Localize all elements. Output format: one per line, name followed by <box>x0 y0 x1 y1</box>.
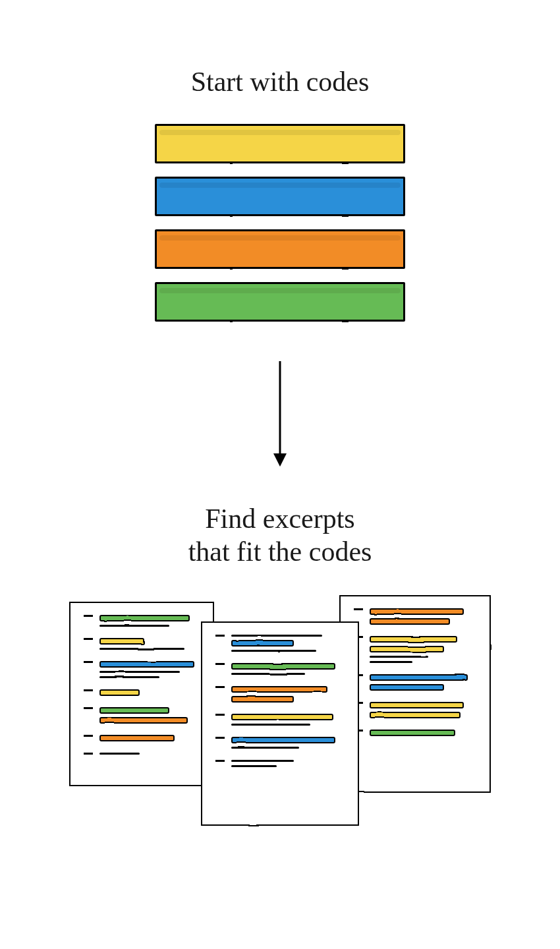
bullet-dash <box>84 689 93 691</box>
document-left <box>69 602 214 786</box>
highlight-orange <box>231 696 294 703</box>
highlight-orange <box>370 618 450 625</box>
title-start: Start with codes <box>191 66 370 98</box>
doc-row <box>84 707 200 727</box>
bullet-dash <box>84 661 93 663</box>
highlight-blue <box>99 661 194 668</box>
text-line <box>231 747 299 749</box>
bullet-dash <box>354 608 363 610</box>
bullet-dash <box>215 686 225 688</box>
bullet-dash <box>84 638 93 640</box>
highlight-green <box>231 663 335 670</box>
text-line <box>231 760 294 762</box>
highlight-orange <box>99 717 188 724</box>
doc-row <box>84 689 200 699</box>
text-line <box>370 661 412 663</box>
doc-row <box>84 615 200 630</box>
bullet-dash <box>84 753 93 755</box>
highlight-orange <box>99 735 175 741</box>
highlight-green <box>370 730 455 736</box>
doc-row <box>354 636 476 666</box>
text-line <box>231 635 322 637</box>
doc-row <box>84 735 200 745</box>
code-bar-green <box>155 282 405 322</box>
highlight-yellow <box>99 689 140 696</box>
codes-stack <box>155 124 405 322</box>
bullet-dash <box>215 737 225 739</box>
highlight-yellow <box>370 712 461 718</box>
highlight-blue <box>370 674 468 681</box>
highlight-yellow <box>99 638 144 645</box>
bullet-dash <box>215 760 225 762</box>
text-line <box>99 648 184 650</box>
doc-row <box>354 702 476 722</box>
document-right <box>339 595 491 793</box>
document-middle <box>201 621 359 826</box>
doc-row <box>354 674 476 694</box>
bullet-dash <box>84 707 93 709</box>
bullet-dash <box>84 615 93 617</box>
doc-row <box>215 714 345 729</box>
text-line <box>370 656 428 658</box>
text-line <box>231 650 316 652</box>
highlight-orange <box>370 608 464 615</box>
doc-row <box>215 686 345 706</box>
highlight-blue <box>231 640 294 647</box>
highlight-blue <box>370 684 444 691</box>
bullet-dash <box>215 663 225 665</box>
highlight-yellow <box>370 646 444 652</box>
doc-row <box>84 638 200 653</box>
documents-group <box>69 602 491 839</box>
code-bar-yellow <box>155 124 405 163</box>
doc-row <box>84 661 200 681</box>
doc-row <box>84 753 200 758</box>
svg-marker-1 <box>273 453 287 467</box>
highlight-blue <box>231 737 335 743</box>
text-line <box>99 753 140 755</box>
doc-row <box>215 663 345 678</box>
code-bar-orange <box>155 229 405 269</box>
bullet-dash <box>215 635 225 637</box>
arrow-down-icon <box>270 361 290 469</box>
bullet-dash <box>84 735 93 737</box>
highlight-green <box>99 615 190 621</box>
doc-row <box>215 760 345 770</box>
doc-row <box>215 635 345 655</box>
text-line <box>231 673 305 675</box>
text-line <box>99 671 180 673</box>
title-find: Find excerptsthat fit the codes <box>188 502 372 569</box>
highlight-orange <box>231 686 327 693</box>
bullet-dash <box>215 714 225 716</box>
doc-row <box>354 608 476 628</box>
highlight-yellow <box>370 636 457 643</box>
text-line <box>99 676 159 678</box>
text-line <box>231 765 277 767</box>
doc-row <box>215 737 345 752</box>
highlight-yellow <box>231 714 333 720</box>
text-line <box>231 724 310 726</box>
code-bar-blue <box>155 177 405 216</box>
highlight-yellow <box>370 702 464 708</box>
doc-row <box>354 730 476 739</box>
highlight-green <box>99 707 169 714</box>
text-line <box>99 625 169 627</box>
